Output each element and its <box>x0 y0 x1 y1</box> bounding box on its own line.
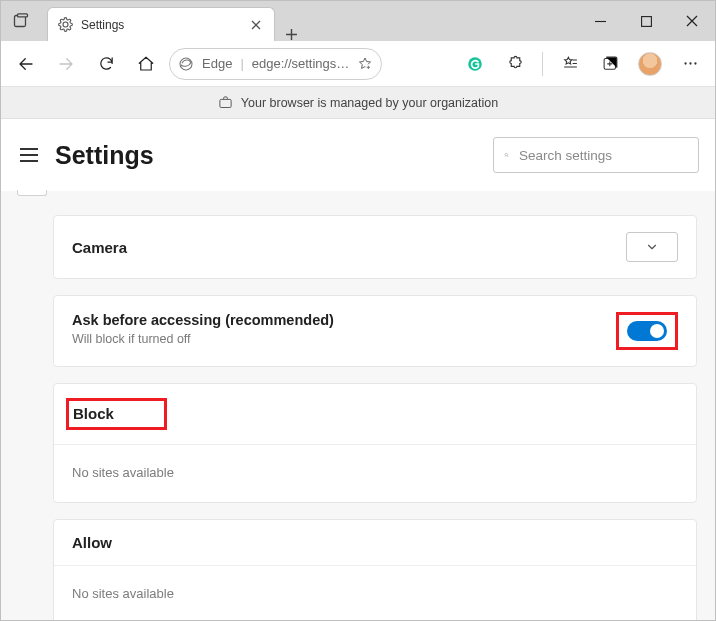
minimize-button[interactable] <box>577 1 623 41</box>
address-bar[interactable]: Edge | edge://settings… <box>169 48 382 80</box>
forward-button[interactable] <box>49 47 83 81</box>
minimize-icon <box>595 16 606 27</box>
search-input[interactable] <box>519 148 688 163</box>
ask-title: Ask before accessing (recommended) <box>72 312 334 328</box>
settings-search[interactable] <box>493 137 699 173</box>
briefcase-icon <box>218 95 233 110</box>
address-prefix: Edge <box>202 56 232 71</box>
grammarly-icon <box>466 55 484 73</box>
more-horizontal-icon <box>682 55 699 72</box>
tabs-icon <box>13 13 29 29</box>
tab-close-button[interactable] <box>248 17 264 33</box>
maximize-icon <box>641 16 652 27</box>
ask-subtitle: Will block if turned off <box>72 332 334 346</box>
back-button[interactable] <box>9 47 43 81</box>
camera-title: Camera <box>72 239 127 256</box>
svg-rect-10 <box>220 99 231 107</box>
edge-logo-icon <box>178 56 194 72</box>
block-highlight: Block <box>66 398 167 430</box>
close-icon <box>251 20 261 30</box>
block-empty-text: No sites available <box>54 445 696 502</box>
window-controls <box>577 1 715 41</box>
address-url: edge://settings… <box>252 56 350 71</box>
camera-card: Camera <box>53 215 697 279</box>
hamburger-icon <box>19 147 39 163</box>
grammarly-extension-button[interactable] <box>458 47 492 81</box>
chevron-down-icon <box>645 240 659 254</box>
favorite-add-icon[interactable] <box>357 56 373 72</box>
favorites-button[interactable] <box>553 47 587 81</box>
plus-icon <box>285 28 298 41</box>
arrow-right-icon <box>57 55 75 73</box>
home-button[interactable] <box>129 47 163 81</box>
close-window-button[interactable] <box>669 1 715 41</box>
toggle-highlight <box>616 312 678 350</box>
collections-button[interactable] <box>593 47 627 81</box>
block-section: Block No sites available <box>53 383 697 503</box>
maximize-button[interactable] <box>623 1 669 41</box>
browser-tab[interactable]: Settings <box>47 7 275 41</box>
refresh-icon <box>98 55 115 72</box>
settings-scroll[interactable]: Camera Ask before accessing (recommended… <box>1 191 715 621</box>
svg-point-7 <box>684 62 686 64</box>
allow-title: Allow <box>72 534 112 551</box>
camera-expand-button[interactable] <box>626 232 678 262</box>
profile-button[interactable] <box>633 47 667 81</box>
page-title: Settings <box>55 141 154 170</box>
ask-before-accessing-card: Ask before accessing (recommended) Will … <box>53 295 697 367</box>
settings-header: Settings <box>1 119 715 191</box>
svg-rect-1 <box>18 14 28 17</box>
new-tab-button[interactable] <box>275 28 307 41</box>
collections-icon <box>602 55 619 72</box>
allow-empty-text: No sites available <box>54 566 696 621</box>
managed-text: Your browser is managed by your organiza… <box>241 96 498 110</box>
allow-section: Allow No sites available <box>53 519 697 621</box>
block-title: Block <box>73 405 114 422</box>
avatar-icon <box>638 52 662 76</box>
home-icon <box>137 55 155 73</box>
svg-point-8 <box>689 62 691 64</box>
ask-toggle[interactable] <box>627 321 667 341</box>
svg-rect-2 <box>641 16 651 26</box>
gear-icon <box>58 17 73 32</box>
titlebar: Settings <box>1 1 715 41</box>
search-icon <box>504 147 509 163</box>
peek-element <box>17 190 47 196</box>
managed-infobar: Your browser is managed by your organiza… <box>1 87 715 119</box>
toggle-knob <box>650 324 664 338</box>
close-icon <box>686 15 698 27</box>
extensions-button[interactable] <box>498 47 532 81</box>
browser-toolbar: Edge | edge://settings… <box>1 41 715 87</box>
arrow-left-icon <box>17 55 35 73</box>
svg-point-9 <box>694 62 696 64</box>
tab-actions-button[interactable] <box>1 1 41 41</box>
refresh-button[interactable] <box>89 47 123 81</box>
more-button[interactable] <box>673 47 707 81</box>
star-lines-icon <box>562 55 579 72</box>
tab-title: Settings <box>81 18 240 32</box>
settings-page: Settings Camera Ask before accessing (re… <box>1 119 715 621</box>
puzzle-icon <box>507 55 524 72</box>
settings-menu-button[interactable] <box>19 147 41 163</box>
